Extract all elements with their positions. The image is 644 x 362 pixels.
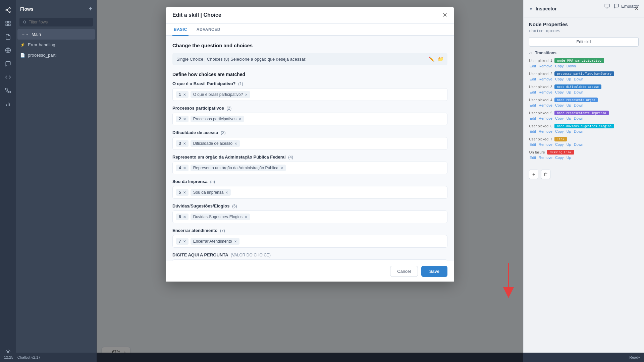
edit-transition-1[interactable]: Edit [530, 64, 536, 68]
flows-search-container [19, 18, 93, 26]
copy-transition-7[interactable]: Copy [555, 142, 564, 146]
modal-body[interactable]: Change the question and choices Single C… [166, 36, 454, 261]
copy-transition-5[interactable]: Copy [555, 116, 564, 120]
modal-close-button[interactable]: ✕ [442, 12, 447, 18]
delete-node-button[interactable] [541, 170, 550, 179]
choice-tags-5[interactable]: 5 ✕ Sou da imprensa ✕ [172, 186, 447, 199]
flows-filter-input[interactable] [29, 20, 90, 24]
copy-transition-6[interactable]: Copy [555, 129, 564, 133]
choice-tags-3[interactable]: 3 ✕ Dificuldade de acesso ✕ [172, 137, 447, 150]
edit-transition-3[interactable]: Edit [530, 90, 536, 94]
remove-tag-3-num[interactable]: ✕ [183, 142, 186, 145]
remove-transition-4[interactable]: Remove [539, 103, 552, 107]
copy-transition-4[interactable]: Copy [555, 103, 564, 107]
save-button[interactable]: Save [421, 266, 447, 277]
flow-item-processo[interactable]: 📄 processo_parti [16, 50, 96, 60]
sidebar-icon-file[interactable] [2, 31, 14, 43]
modal-tabs: BASIC ADVANCED [166, 24, 454, 36]
choice-tag-1-num: 1 ✕ [176, 91, 189, 98]
remove-tag-1-text[interactable]: ✕ [245, 93, 248, 97]
down-transition-3[interactable]: Down [574, 90, 583, 94]
remove-tag-3-text[interactable]: ✕ [234, 142, 237, 145]
tab-basic[interactable]: BASIC [172, 24, 189, 36]
copy-transition-3[interactable]: Copy [555, 90, 564, 94]
inspector-panel: ▼ Inspector ✕ Node Properties choice-opc… [523, 0, 644, 362]
copy-transition-failure[interactable]: Copy [555, 156, 564, 160]
up-transition-6[interactable]: Up [567, 129, 571, 133]
flow-item-main[interactable]: →→ Main [17, 29, 95, 40]
choice-tags-2[interactable]: 2 ✕ Processos participativos ✕ [172, 113, 447, 125]
down-transition-1[interactable]: Down [567, 64, 576, 68]
up-transition-7[interactable]: Up [567, 142, 571, 146]
choice-tags-1[interactable]: 1 ✕ O que é brasil participativo? ✕ [172, 88, 447, 101]
choice-group-4-title: Represento um órgão da Adminstação Públi… [172, 155, 447, 160]
flow-item-error[interactable]: ⚡ Error handling [16, 40, 96, 50]
copy-transition-1[interactable]: Copy [555, 64, 564, 68]
remove-transition-5[interactable]: Remove [539, 116, 552, 120]
up-transition-2[interactable]: Up [567, 77, 571, 81]
copy-transition-2[interactable]: Copy [555, 77, 564, 81]
remove-tag-5-num[interactable]: ✕ [183, 191, 186, 194]
add-transition-button[interactable]: + [529, 170, 538, 179]
emulator-button[interactable]: Emulator [614, 3, 639, 9]
remove-tag-6-num[interactable]: ✕ [183, 215, 186, 219]
down-transition-2[interactable]: Down [574, 77, 583, 81]
remove-tag-2-text[interactable]: ✕ [238, 117, 241, 121]
remove-transition-3[interactable]: Remove [539, 90, 552, 94]
cancel-button[interactable]: Cancel [390, 266, 418, 277]
remove-transition-6[interactable]: Remove [539, 129, 552, 133]
down-transition-6[interactable]: Down [574, 129, 583, 133]
transition-item-5: User picked 5 node-representante-imprens… [529, 111, 639, 120]
remove-transition-failure[interactable]: Remove [539, 156, 552, 160]
edit-transition-6[interactable]: Edit [530, 129, 536, 133]
transition-row-3: User picked 3 node-dificuldade-acesso [529, 84, 639, 89]
up-transition-4[interactable]: Up [567, 103, 571, 107]
remove-tag-5-text[interactable]: ✕ [225, 191, 228, 194]
choice-tags-4[interactable]: 4 ✕ Represento um órgão da Administração… [172, 162, 447, 174]
up-transition-5[interactable]: Up [567, 116, 571, 120]
sidebar-icon-chart[interactable] [2, 98, 14, 110]
sidebar-icon-code[interactable] [2, 71, 14, 83]
folder-skill-icon[interactable]: 📁 [438, 56, 443, 62]
edit-transition-2[interactable]: Edit [530, 77, 536, 81]
choice-tag-2-text: Processos participativos ✕ [191, 116, 244, 122]
remove-transition-2[interactable]: Remove [539, 77, 552, 81]
sidebar-icon-language[interactable] [2, 44, 14, 56]
edit-transition-5[interactable]: Edit [530, 116, 536, 120]
flow-error-icon: ⚡ [20, 43, 25, 47]
remove-tag-1-num[interactable]: ✕ [183, 93, 186, 97]
sidebar-icon-share[interactable] [2, 4, 14, 16]
edit-skill-icon[interactable]: ✏️ [429, 56, 434, 62]
choice-tag-6-text: Duvidas-Sugestoes-Elogios ✕ [191, 214, 250, 220]
choice-tags-7[interactable]: 7 ✕ Encerrar Atendimento ✕ [172, 235, 447, 248]
remove-tag-6-text[interactable]: ✕ [245, 215, 247, 219]
choice-tag-4-text: Represento um órgão da Administração Púb… [191, 165, 286, 171]
screen-button[interactable] [604, 3, 610, 9]
up-transition-failure[interactable]: Up [567, 156, 571, 160]
sidebar-icon-chat[interactable] [2, 58, 14, 70]
add-flow-icon[interactable]: + [89, 5, 92, 12]
edit-transition-7[interactable]: Edit [530, 142, 536, 146]
down-transition-4[interactable]: Down [574, 103, 583, 107]
remove-tag-7-num[interactable]: ✕ [183, 240, 186, 243]
edit-skill-button[interactable]: Edit skill [529, 37, 639, 47]
transition-badge-1: node-PPA-participativo [554, 58, 604, 63]
remove-tag-4-num[interactable]: ✕ [183, 166, 186, 170]
choice-tags-6[interactable]: 6 ✕ Duvidas-Sugestoes-Elogios ✕ [172, 210, 447, 223]
down-transition-5[interactable]: Down [574, 116, 583, 120]
sidebar-icon-grid[interactable] [2, 17, 14, 29]
sidebar-icon-phone[interactable] [2, 84, 14, 97]
edit-transition-4[interactable]: Edit [530, 103, 536, 107]
tab-advanced[interactable]: ADVANCED [195, 24, 222, 36]
canvas-area[interactable]: − 67% + Edit a skill | Choice ✕ BASIC AD… [97, 0, 523, 362]
flows-title: Flows [20, 6, 34, 12]
up-transition-3[interactable]: Up [567, 90, 571, 94]
remove-tag-4-text[interactable]: ✕ [280, 166, 283, 170]
remove-tag-2-num[interactable]: ✕ [183, 117, 186, 121]
edit-transition-failure[interactable]: Edit [530, 156, 536, 160]
choice-group-3: Dificuldade de acesso (3) 3 ✕ Dificuldad… [172, 130, 447, 150]
remove-transition-7[interactable]: Remove [539, 142, 552, 146]
remove-transition-1[interactable]: Remove [539, 64, 552, 68]
down-transition-7[interactable]: Down [574, 142, 583, 146]
remove-tag-7-text[interactable]: ✕ [234, 240, 237, 243]
